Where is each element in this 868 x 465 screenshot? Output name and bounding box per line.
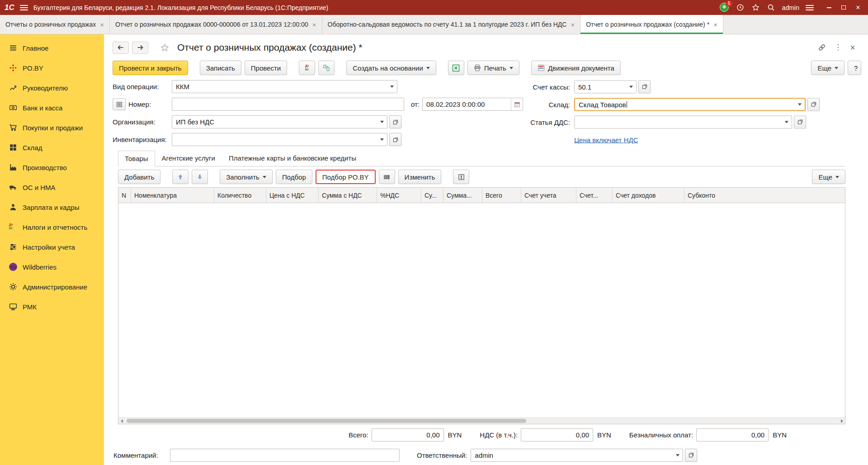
close-tab-icon[interactable]: × <box>571 21 575 28</box>
window-tab-2[interactable]: Отчет о розничных продажах 0000-000006 о… <box>110 15 322 34</box>
column-header[interactable]: Сумма... <box>443 188 482 203</box>
vat-included-link[interactable]: Цена включает НДС <box>574 136 638 143</box>
column-header[interactable]: Сумма с НДС <box>319 188 377 203</box>
scroll-right-icon[interactable] <box>839 418 845 424</box>
sidebar-item-bank-kassa[interactable]: Банк и касса <box>0 98 104 118</box>
tab-tovary[interactable]: Товары <box>118 151 155 166</box>
print-button[interactable]: Печать <box>467 61 519 75</box>
sidebar-item-roby[interactable]: PO.BY <box>0 58 104 78</box>
chevron-down-icon[interactable] <box>377 133 387 146</box>
inventory-open-button[interactable] <box>389 133 401 146</box>
back-button[interactable] <box>113 42 129 54</box>
tab-agentskie-uslugi[interactable]: Агентские услуги <box>155 150 222 166</box>
sidebar-item-nalogi[interactable]: ДтКт Налоги и отчетность <box>0 217 104 237</box>
total-input[interactable]: 0,00 <box>372 428 444 441</box>
number-input[interactable] <box>172 98 404 111</box>
organization-open-button[interactable] <box>389 115 401 128</box>
sidebar-item-sklad[interactable]: Склад <box>0 138 104 157</box>
column-header[interactable]: Су... <box>421 188 443 203</box>
favorites-icon[interactable] <box>751 3 760 12</box>
move-up-button[interactable] <box>172 170 189 184</box>
close-window-button[interactable]: × <box>852 3 864 13</box>
notifications-button[interactable]: ✻ 5 <box>720 3 730 13</box>
sidebar-item-rmk[interactable]: РМК <box>0 297 104 317</box>
chevron-down-icon[interactable] <box>673 449 683 461</box>
more-commands-icon[interactable]: ⋮ <box>834 45 842 50</box>
current-user[interactable]: admin <box>782 4 799 11</box>
grid-more-button[interactable]: Еще <box>812 170 845 184</box>
post-and-close-button[interactable]: Провести и закрыть <box>113 61 188 75</box>
close-tab-icon[interactable]: × <box>100 21 104 28</box>
sidebar-item-rukovoditelyu[interactable]: Руководителю <box>0 78 104 98</box>
sidebar-item-wildberries[interactable]: WB Wildberries <box>0 257 104 277</box>
chevron-down-icon[interactable] <box>377 116 387 128</box>
service-menu-icon[interactable] <box>806 5 814 10</box>
column-header[interactable]: Цена с НДС <box>266 188 319 203</box>
scrollbar-thumb[interactable] <box>127 419 526 423</box>
column-header[interactable]: Счет учета <box>521 188 576 203</box>
cash-account-combobox[interactable]: 50.1 <box>574 80 637 93</box>
dds-item-open-button[interactable] <box>794 115 806 128</box>
cash-account-open-button[interactable] <box>638 80 651 93</box>
main-menu-icon[interactable] <box>20 5 28 10</box>
comment-input[interactable] <box>170 449 400 462</box>
pick-button[interactable]: Подбор <box>276 170 312 184</box>
window-tab-1[interactable]: Отчеты о розничных продажах × <box>0 15 110 34</box>
change-button[interactable]: Изменить <box>398 170 442 184</box>
help-button[interactable]: ? <box>848 61 861 75</box>
column-header[interactable]: Счет... <box>576 188 613 203</box>
get-link-icon[interactable] <box>818 43 826 52</box>
close-tab-icon[interactable]: × <box>713 21 717 28</box>
column-header[interactable]: Счет доходов <box>613 188 684 203</box>
fill-button[interactable]: Заполнить <box>220 170 273 184</box>
history-icon[interactable] <box>736 3 745 12</box>
responsible-open-button[interactable] <box>685 449 697 462</box>
horizontal-scrollbar[interactable] <box>118 418 845 424</box>
warehouse-open-button[interactable] <box>807 98 820 111</box>
dds-item-combobox[interactable] <box>574 115 792 128</box>
sidebar-item-pokupki-prodazhi[interactable]: Покупки и продажи <box>0 118 104 138</box>
sidebar-item-proizvodstvo[interactable]: Производство <box>0 157 104 177</box>
more-button[interactable]: Еще <box>811 61 844 75</box>
add-to-favorites-icon[interactable] <box>160 43 169 52</box>
column-header[interactable]: %НДС <box>377 188 421 203</box>
close-tab-icon[interactable]: × <box>312 21 316 28</box>
sidebar-item-administrirovanie[interactable]: Администрирование <box>0 277 104 297</box>
forward-button[interactable] <box>132 42 148 54</box>
pick-roby-button[interactable]: Подбор PO.BY <box>316 170 376 184</box>
maximize-button[interactable] <box>837 3 850 13</box>
cashless-input[interactable]: 0,00 <box>696 428 769 441</box>
export-excel-button[interactable] <box>448 61 464 75</box>
minimize-button[interactable] <box>823 3 835 13</box>
column-header[interactable]: Субконто <box>684 188 845 203</box>
chevron-down-icon[interactable] <box>387 81 397 93</box>
scroll-left-icon[interactable] <box>118 418 125 424</box>
document-movements-button[interactable]: Движения документа <box>531 61 621 75</box>
sidebar-item-os-nma[interactable]: ОС и НМА <box>0 177 104 197</box>
vat-total-input[interactable]: 0,00 <box>521 428 593 441</box>
window-tab-4-active[interactable]: Отчет о розничных продажах (создание) * … <box>580 15 723 34</box>
show-postings-button[interactable]: ДтКт <box>299 61 315 75</box>
responsible-combobox[interactable]: admin <box>471 449 683 462</box>
sidebar-item-nastroyki-ucheta[interactable]: Настройки учета <box>0 237 104 257</box>
sidebar-item-zarplata-kadry[interactable]: Зарплата и кадры <box>0 197 104 217</box>
grid-body-empty[interactable] <box>118 203 845 418</box>
chevron-down-icon[interactable] <box>782 116 792 128</box>
inventory-combobox[interactable] <box>172 133 387 146</box>
column-header[interactable]: Номенклатура <box>131 188 214 203</box>
warehouse-input-focused[interactable]: Склад Товаров <box>574 98 806 111</box>
tab-platezhnye-karty[interactable]: Платежные карты и банковские кредиты <box>222 150 363 166</box>
move-down-button[interactable] <box>192 170 208 184</box>
create-based-on-button[interactable]: Создать на основании <box>346 61 436 75</box>
post-button[interactable]: Провести <box>245 61 287 75</box>
expand-rows-button[interactable] <box>453 170 469 184</box>
add-row-button[interactable]: Добавить <box>118 170 160 184</box>
number-settings-button[interactable] <box>113 98 126 110</box>
chevron-down-icon[interactable] <box>795 99 805 110</box>
search-icon[interactable] <box>767 3 776 12</box>
barcode-button[interactable] <box>379 170 395 184</box>
column-header[interactable]: N <box>118 188 131 203</box>
window-tab-3[interactable]: Оборотно-сальдовая ведомость по счету 41… <box>322 15 581 34</box>
column-header[interactable]: Всего <box>482 188 521 203</box>
chevron-down-icon[interactable] <box>626 81 636 93</box>
